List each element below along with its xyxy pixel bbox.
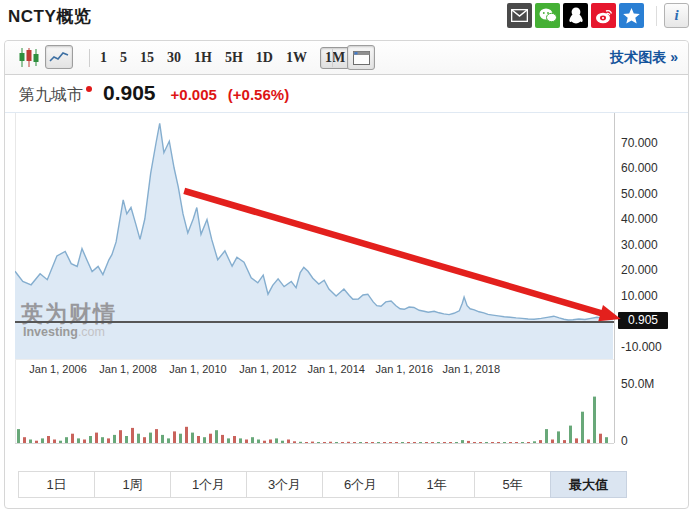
y-axis-tick: 40.000 bbox=[621, 212, 658, 226]
volume-axis-tick: 0 bbox=[621, 434, 628, 448]
share-toolbar bbox=[507, 3, 644, 28]
interval-30[interactable]: 30 bbox=[167, 50, 181, 66]
volume-bar-chart[interactable] bbox=[15, 377, 614, 445]
y-axis-tick: -10.000 bbox=[621, 340, 662, 354]
qzone-share-icon[interactable] bbox=[619, 3, 644, 28]
y-axis-tick: 60.000 bbox=[621, 161, 658, 175]
last-price: 0.905 bbox=[103, 81, 156, 105]
interval-1d[interactable]: 1D bbox=[256, 50, 273, 66]
price-change-percent: (+0.56%) bbox=[228, 86, 289, 103]
toolbar-divider bbox=[332, 49, 333, 67]
right-axis-border bbox=[614, 113, 615, 443]
interval-1m[interactable]: 1M bbox=[320, 47, 350, 69]
chart-widget-panel: 1515301H5H1D1W1M 技术图表 » 第九城市 0.905 +0.00… bbox=[4, 40, 689, 509]
stock-name: 第九城市 bbox=[19, 85, 83, 106]
toolbar-divider bbox=[89, 49, 90, 67]
technical-chart-link[interactable]: 技术图表 » bbox=[610, 49, 678, 67]
quote-row: 第九城市 0.905 +0.005 (+0.56%) bbox=[19, 81, 289, 106]
page-title: NCTY概览 bbox=[8, 5, 91, 28]
info-button[interactable]: i bbox=[664, 3, 689, 28]
interval-5h[interactable]: 5H bbox=[225, 50, 243, 66]
price-change: +0.005 bbox=[171, 86, 217, 103]
email-share-icon[interactable] bbox=[507, 3, 532, 28]
y-axis-tick: 30.000 bbox=[621, 238, 658, 252]
range-button-1日[interactable]: 1日 bbox=[18, 471, 95, 498]
pane-separator bbox=[15, 359, 614, 360]
x-axis-tick: Jan 1, 2010 bbox=[169, 363, 227, 375]
x-axis-tick: Jan 1, 2014 bbox=[307, 363, 365, 375]
qq-share-icon[interactable] bbox=[563, 3, 588, 28]
range-button-6个月[interactable]: 6个月 bbox=[322, 471, 399, 498]
interval-5[interactable]: 5 bbox=[120, 50, 127, 66]
x-axis-tick: Jan 1, 2016 bbox=[376, 363, 434, 375]
weibo-share-icon[interactable] bbox=[591, 3, 616, 28]
current-price-line bbox=[15, 321, 614, 323]
x-axis-tick: Jan 1, 2006 bbox=[29, 363, 87, 375]
panel-layout-icon[interactable] bbox=[347, 45, 375, 70]
x-axis-tick: Jan 1, 2008 bbox=[99, 363, 157, 375]
wechat-share-icon[interactable] bbox=[535, 3, 560, 28]
range-button-最大值[interactable]: 最大值 bbox=[550, 471, 627, 498]
interval-row: 1515301H5H1D1W1M bbox=[100, 41, 350, 74]
interval-1[interactable]: 1 bbox=[100, 50, 107, 66]
y-axis-tick: 50.000 bbox=[621, 187, 658, 201]
volume-axis-tick: 50.0M bbox=[621, 377, 654, 391]
y-axis-tick: 70.000 bbox=[621, 136, 658, 150]
current-price-badge: 0.905 bbox=[618, 312, 668, 329]
interval-1w[interactable]: 1W bbox=[286, 50, 307, 66]
range-button-3个月[interactable]: 3个月 bbox=[246, 471, 323, 498]
y-axis-tick: 20.000 bbox=[621, 263, 658, 277]
x-axis-tick: Jan 1, 2018 bbox=[443, 363, 501, 375]
header-divider bbox=[656, 6, 657, 26]
candlestick-chart-icon[interactable] bbox=[18, 48, 40, 67]
range-button-1年[interactable]: 1年 bbox=[398, 471, 475, 498]
line-chart-icon[interactable] bbox=[45, 45, 73, 69]
range-button-5年[interactable]: 5年 bbox=[474, 471, 551, 498]
x-axis-tick: Jan 1, 2012 bbox=[239, 363, 297, 375]
range-button-1周[interactable]: 1周 bbox=[94, 471, 171, 498]
interval-1h[interactable]: 1H bbox=[194, 50, 212, 66]
range-button-1个月[interactable]: 1个月 bbox=[170, 471, 247, 498]
live-dot-icon bbox=[86, 86, 92, 92]
y-axis-tick: 10.000 bbox=[621, 289, 658, 303]
range-button-row: 1日1周1个月3个月6个月1年5年最大值 bbox=[19, 471, 627, 498]
interval-15[interactable]: 15 bbox=[140, 50, 154, 66]
watermark-en: Investing.com bbox=[23, 325, 105, 339]
